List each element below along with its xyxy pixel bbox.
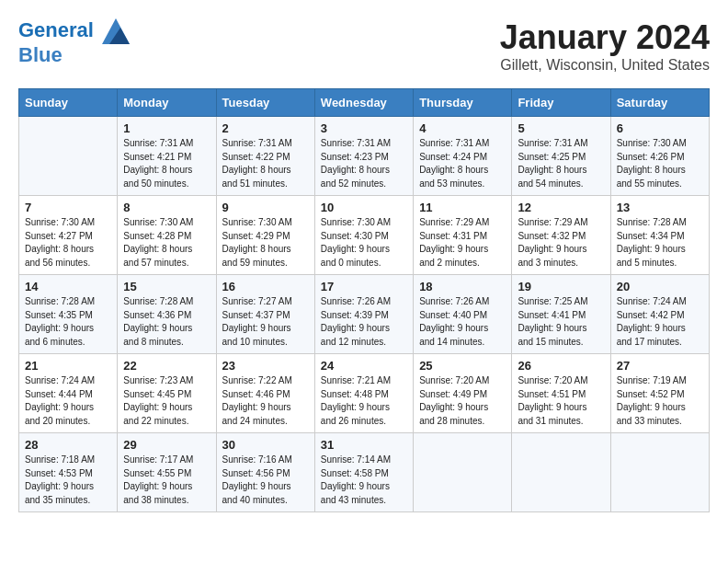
calendar-table: SundayMondayTuesdayWednesdayThursdayFrid… <box>18 88 710 512</box>
day-number: 9 <box>222 201 309 214</box>
weekday-header-sunday: Sunday <box>19 89 118 117</box>
day-number: 1 <box>123 121 210 135</box>
calendar-cell: 20 Sunrise: 7:24 AMSunset: 4:42 PMDaylig… <box>610 275 709 354</box>
calendar-week-1: 1 Sunrise: 7:31 AMSunset: 4:21 PMDayligh… <box>19 117 710 196</box>
calendar-cell <box>19 117 118 196</box>
weekday-header-tuesday: Tuesday <box>216 89 314 117</box>
day-info: Sunrise: 7:20 AMSunset: 4:51 PMDaylight:… <box>518 374 604 428</box>
calendar-week-2: 7 Sunrise: 7:30 AMSunset: 4:27 PMDayligh… <box>19 196 710 275</box>
weekday-header-saturday: Saturday <box>610 89 709 117</box>
day-info: Sunrise: 7:19 AMSunset: 4:52 PMDaylight:… <box>617 374 703 428</box>
day-info: Sunrise: 7:14 AMSunset: 4:58 PMDaylight:… <box>321 454 407 507</box>
day-number: 6 <box>617 121 703 135</box>
calendar-week-4: 21 Sunrise: 7:24 AMSunset: 4:44 PMDaylig… <box>19 354 710 433</box>
calendar-cell: 24 Sunrise: 7:21 AMSunset: 4:48 PMDaylig… <box>314 354 413 433</box>
calendar-cell: 31 Sunrise: 7:14 AMSunset: 4:58 PMDaylig… <box>314 433 413 512</box>
day-info: Sunrise: 7:31 AMSunset: 4:25 PMDaylight:… <box>518 137 604 190</box>
calendar-cell: 23 Sunrise: 7:22 AMSunset: 4:46 PMDaylig… <box>216 354 314 433</box>
day-number: 11 <box>419 201 506 214</box>
day-info: Sunrise: 7:28 AMSunset: 4:35 PMDaylight:… <box>25 295 111 349</box>
day-info: Sunrise: 7:20 AMSunset: 4:49 PMDaylight:… <box>419 374 506 428</box>
calendar-body: 1 Sunrise: 7:31 AMSunset: 4:21 PMDayligh… <box>19 117 710 512</box>
calendar-cell: 7 Sunrise: 7:30 AMSunset: 4:27 PMDayligh… <box>19 196 118 275</box>
day-info: Sunrise: 7:30 AMSunset: 4:27 PMDaylight:… <box>25 216 111 270</box>
calendar-cell: 25 Sunrise: 7:20 AMSunset: 4:49 PMDaylig… <box>414 354 512 433</box>
day-info: Sunrise: 7:24 AMSunset: 4:42 PMDaylight:… <box>617 295 703 349</box>
calendar-header-row: SundayMondayTuesdayWednesdayThursdayFrid… <box>19 89 710 117</box>
calendar-cell: 30 Sunrise: 7:16 AMSunset: 4:56 PMDaylig… <box>216 433 314 512</box>
day-number: 13 <box>617 201 703 214</box>
logo-blue-text: Blue <box>18 44 130 66</box>
day-number: 12 <box>518 201 604 214</box>
day-number: 28 <box>25 438 111 452</box>
day-info: Sunrise: 7:26 AMSunset: 4:39 PMDaylight:… <box>321 295 407 349</box>
logo: General Blue <box>18 18 130 66</box>
logo-text: General <box>18 18 130 44</box>
day-number: 25 <box>419 359 506 373</box>
day-number: 29 <box>123 438 210 452</box>
calendar-cell: 22 Sunrise: 7:23 AMSunset: 4:45 PMDaylig… <box>118 354 216 433</box>
calendar-cell: 27 Sunrise: 7:19 AMSunset: 4:52 PMDaylig… <box>610 354 709 433</box>
day-info: Sunrise: 7:25 AMSunset: 4:41 PMDaylight:… <box>518 295 604 349</box>
day-number: 30 <box>222 438 309 452</box>
day-info: Sunrise: 7:31 AMSunset: 4:23 PMDaylight:… <box>321 137 407 190</box>
calendar-cell: 21 Sunrise: 7:24 AMSunset: 4:44 PMDaylig… <box>19 354 118 433</box>
location: Gillett, Wisconsin, United States <box>500 57 710 74</box>
weekday-header-monday: Monday <box>118 89 216 117</box>
day-info: Sunrise: 7:30 AMSunset: 4:30 PMDaylight:… <box>321 216 407 270</box>
day-info: Sunrise: 7:29 AMSunset: 4:32 PMDaylight:… <box>518 216 604 270</box>
calendar-cell: 13 Sunrise: 7:28 AMSunset: 4:34 PMDaylig… <box>610 196 709 275</box>
logo-icon <box>102 18 130 44</box>
title-block: January 2024 Gillett, Wisconsin, United … <box>500 18 710 74</box>
day-info: Sunrise: 7:29 AMSunset: 4:31 PMDaylight:… <box>419 216 506 270</box>
day-info: Sunrise: 7:28 AMSunset: 4:34 PMDaylight:… <box>617 216 703 270</box>
day-info: Sunrise: 7:31 AMSunset: 4:24 PMDaylight:… <box>419 137 506 190</box>
day-number: 19 <box>518 280 604 293</box>
day-number: 7 <box>25 201 111 214</box>
weekday-header-friday: Friday <box>512 89 610 117</box>
page-header: General Blue January 2024 Gillett, Wisco… <box>18 18 710 74</box>
day-info: Sunrise: 7:28 AMSunset: 4:36 PMDaylight:… <box>123 295 210 349</box>
day-number: 3 <box>321 121 407 135</box>
calendar-cell: 8 Sunrise: 7:30 AMSunset: 4:28 PMDayligh… <box>118 196 216 275</box>
calendar-cell <box>512 433 610 512</box>
calendar-cell: 6 Sunrise: 7:30 AMSunset: 4:26 PMDayligh… <box>610 117 709 196</box>
day-info: Sunrise: 7:18 AMSunset: 4:53 PMDaylight:… <box>25 454 111 507</box>
day-info: Sunrise: 7:30 AMSunset: 4:28 PMDaylight:… <box>123 216 210 270</box>
day-number: 24 <box>321 359 407 373</box>
day-info: Sunrise: 7:21 AMSunset: 4:48 PMDaylight:… <box>321 374 407 428</box>
calendar-cell <box>610 433 709 512</box>
day-number: 22 <box>123 359 210 373</box>
day-number: 26 <box>518 359 604 373</box>
day-number: 10 <box>321 201 407 214</box>
day-number: 17 <box>321 280 407 293</box>
calendar-cell: 4 Sunrise: 7:31 AMSunset: 4:24 PMDayligh… <box>414 117 512 196</box>
day-info: Sunrise: 7:17 AMSunset: 4:55 PMDaylight:… <box>123 454 210 507</box>
calendar-cell: 15 Sunrise: 7:28 AMSunset: 4:36 PMDaylig… <box>118 275 216 354</box>
weekday-header-thursday: Thursday <box>414 89 512 117</box>
day-info: Sunrise: 7:31 AMSunset: 4:22 PMDaylight:… <box>222 137 309 190</box>
day-number: 5 <box>518 121 604 135</box>
calendar-cell: 14 Sunrise: 7:28 AMSunset: 4:35 PMDaylig… <box>19 275 118 354</box>
calendar-cell: 18 Sunrise: 7:26 AMSunset: 4:40 PMDaylig… <box>414 275 512 354</box>
calendar-cell: 11 Sunrise: 7:29 AMSunset: 4:31 PMDaylig… <box>414 196 512 275</box>
day-info: Sunrise: 7:27 AMSunset: 4:37 PMDaylight:… <box>222 295 309 349</box>
day-number: 14 <box>25 280 111 293</box>
day-number: 8 <box>123 201 210 214</box>
calendar-cell: 10 Sunrise: 7:30 AMSunset: 4:30 PMDaylig… <box>314 196 413 275</box>
day-number: 15 <box>123 280 210 293</box>
day-number: 2 <box>222 121 309 135</box>
day-info: Sunrise: 7:24 AMSunset: 4:44 PMDaylight:… <box>25 374 111 428</box>
day-number: 31 <box>321 438 407 452</box>
calendar-cell: 9 Sunrise: 7:30 AMSunset: 4:29 PMDayligh… <box>216 196 314 275</box>
day-number: 16 <box>222 280 309 293</box>
day-number: 21 <box>25 359 111 373</box>
calendar-cell: 19 Sunrise: 7:25 AMSunset: 4:41 PMDaylig… <box>512 275 610 354</box>
day-info: Sunrise: 7:31 AMSunset: 4:21 PMDaylight:… <box>123 137 210 190</box>
calendar-cell: 1 Sunrise: 7:31 AMSunset: 4:21 PMDayligh… <box>118 117 216 196</box>
day-number: 27 <box>617 359 703 373</box>
calendar-week-5: 28 Sunrise: 7:18 AMSunset: 4:53 PMDaylig… <box>19 433 710 512</box>
day-info: Sunrise: 7:26 AMSunset: 4:40 PMDaylight:… <box>419 295 506 349</box>
day-info: Sunrise: 7:30 AMSunset: 4:26 PMDaylight:… <box>617 137 703 190</box>
day-info: Sunrise: 7:23 AMSunset: 4:45 PMDaylight:… <box>123 374 210 428</box>
